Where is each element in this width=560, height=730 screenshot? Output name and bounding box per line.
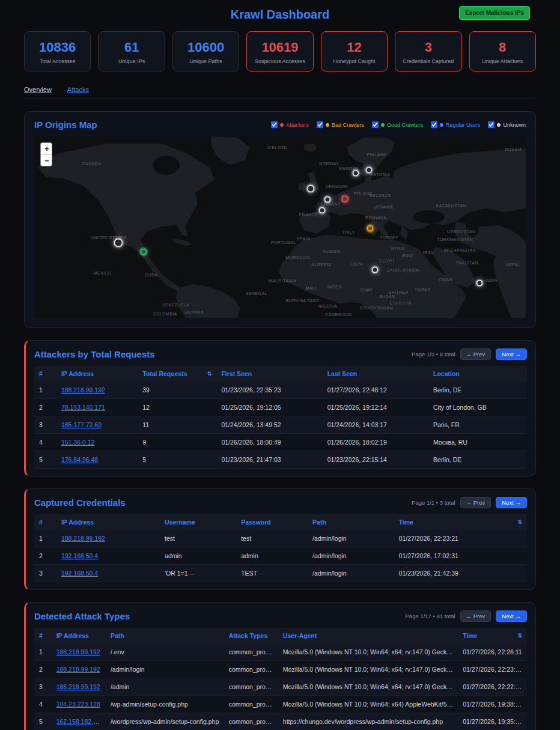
- attackers-title: Attackers by Total Requests: [34, 349, 155, 359]
- ip-address-link[interactable]: 185.177.72.60: [61, 421, 102, 428]
- map-marker-unknown[interactable]: [366, 166, 373, 173]
- ip-address-link[interactable]: 192.168.50.4: [61, 552, 98, 559]
- sort-icon[interactable]: ⇅: [517, 633, 522, 639]
- cell-last_seen: 01/26/2026, 18:02:19: [323, 434, 428, 451]
- cell-ip: 185.177.72.60: [56, 416, 138, 434]
- map-country-label: CHAD: [360, 287, 373, 291]
- next-button[interactable]: Next →: [496, 610, 527, 622]
- cell-attack_types: common_probes: [224, 696, 278, 713]
- cell-password: test: [236, 530, 308, 547]
- map-marker-bad[interactable]: [367, 225, 373, 232]
- ip-address-link[interactable]: 176.84.96.48: [61, 456, 98, 463]
- map-country-label: CUBA: [145, 273, 157, 277]
- map-marker-attacker[interactable]: [341, 196, 348, 202]
- stat-card-unique-attackers: 8 Unique Attackers: [469, 31, 536, 71]
- legend-item-good-crawlers: Good Crawlers: [372, 121, 423, 128]
- ip-address-link[interactable]: 192.168.50.4: [61, 570, 98, 577]
- legend-dot-icon: [326, 123, 329, 127]
- cell-location: Berlin, DE: [428, 382, 527, 399]
- tab-attacks[interactable]: Attacks: [67, 86, 89, 93]
- table-header-row: #IP AddressPathAttack TypesUser-AgentTim…: [34, 628, 527, 643]
- prev-button[interactable]: ← Prev: [460, 348, 492, 360]
- cell-first_seen: 01/25/2026, 19:12:05: [216, 399, 322, 416]
- sort-icon[interactable]: ⇅: [517, 519, 522, 525]
- map-marker-unknown[interactable]: [324, 196, 331, 203]
- column-header--: #: [34, 628, 52, 643]
- cell-user_agent: Mozilla/5.0 (Windows NT 10.0; Win64; x64…: [278, 643, 458, 661]
- legend-checkbox[interactable]: [271, 121, 278, 128]
- legend-checkbox[interactable]: [372, 121, 379, 128]
- legend-checkbox[interactable]: [431, 121, 437, 128]
- map-country-label: SOUTH SUDAN: [360, 306, 393, 310]
- attackers-pagination: Page 1/2 • 8 total ← Prev Next →: [412, 348, 527, 360]
- cell-attack_types: common_probes: [224, 661, 278, 678]
- column-header-path: Path: [106, 628, 224, 643]
- legend-item-bad-crawlers: Bad Crawlers: [317, 121, 364, 128]
- cell-total: 9: [138, 434, 216, 451]
- attack-types-section: Detected Attack Types Page 1/17 • 81 tot…: [24, 602, 536, 730]
- ip-address-link[interactable]: 188.218.99.192: [56, 683, 100, 690]
- tab-overview[interactable]: Overview: [24, 86, 52, 93]
- column-header-time[interactable]: Time⇅: [458, 628, 527, 643]
- column-header-attack-types: Attack Types: [224, 628, 278, 643]
- ip-address-link[interactable]: 151.36.0.12: [61, 439, 94, 446]
- column-header-time[interactable]: Time⇅: [394, 514, 527, 530]
- table-row: 4151.36.0.12901/26/2026, 18:00:4901/26/2…: [34, 434, 527, 451]
- legend-dot-icon: [497, 123, 501, 127]
- ip-address-link[interactable]: 188.218.99.192: [56, 666, 100, 673]
- column-header-ip-address: IP Address: [56, 366, 138, 382]
- cell-first_seen: 01/23/2026, 21:47:03: [216, 451, 322, 469]
- map-marker-good[interactable]: [140, 249, 147, 255]
- table-row: 5162.158.182.104/wordpress/wp-admin/setu…: [34, 713, 527, 730]
- map-marker-unknown[interactable]: [476, 280, 483, 287]
- cell-ip: 78.153.140.171: [56, 399, 138, 416]
- cell-user_agent: Mozilla/5.0 (Windows NT 10.0; Win64; x64…: [278, 678, 458, 696]
- map-marker-unknown[interactable]: [371, 266, 378, 273]
- legend-checkbox[interactable]: [488, 121, 495, 128]
- cell-num: 3: [34, 678, 52, 696]
- cell-path: /admin/login: [308, 565, 394, 582]
- legend-item-regular-users: Regular Users: [431, 121, 481, 128]
- map-marker-unknown[interactable]: [319, 207, 326, 213]
- sort-icon[interactable]: ⇅: [207, 371, 212, 377]
- table-row: 4104.23.223.128/wp-admin/setup-config.ph…: [34, 696, 527, 713]
- map-marker-unknown[interactable]: [352, 170, 359, 177]
- map-legend: AttackersBad CrawlersGood CrawlersRegula…: [271, 121, 526, 128]
- table-row: 3185.177.72.601101/24/2026, 13:49:5201/2…: [34, 416, 527, 434]
- cell-first_seen: 01/26/2026, 18:00:49: [216, 434, 322, 451]
- ip-address-link[interactable]: 162.158.182.104: [56, 718, 104, 725]
- column-header--: #: [34, 514, 56, 530]
- map-country-label: UZBEKISTAN: [447, 229, 475, 233]
- map-country-label: GUYANA: [184, 310, 203, 314]
- map-country-label: EGYPT: [379, 258, 395, 263]
- zoom-out-button[interactable]: −: [41, 154, 52, 166]
- map-country-label: NIGERIA: [318, 304, 338, 308]
- legend-label: Regular Users: [446, 122, 481, 128]
- map-country-label: ESTONIA: [370, 172, 390, 177]
- stat-value: 10600: [175, 40, 236, 55]
- legend-checkbox[interactable]: [317, 121, 323, 128]
- ip-address-link[interactable]: 78.153.140.171: [61, 404, 105, 411]
- map[interactable]: + −: [34, 136, 526, 318]
- attack-types-table: #IP AddressPathAttack TypesUser-AgentTim…: [34, 628, 527, 730]
- stat-value: 8: [472, 40, 533, 55]
- prev-button[interactable]: ← Prev: [460, 497, 492, 508]
- ip-address-link[interactable]: 104.23.223.128: [56, 701, 100, 708]
- next-button[interactable]: Next →: [496, 348, 527, 360]
- map-country-label: UKRAINE: [374, 204, 394, 208]
- cell-first_seen: 01/24/2026, 13:49:52: [216, 416, 322, 434]
- next-button[interactable]: Next →: [496, 497, 527, 508]
- column-header-username: Username: [160, 514, 236, 530]
- column-header-total-requests[interactable]: Total Requests⇅: [138, 366, 216, 382]
- cell-path: /admin/login: [308, 530, 394, 547]
- ip-address-link[interactable]: 188.218.99.192: [61, 535, 105, 542]
- export-malicious-ips-button[interactable]: Export Malicious IPs: [459, 6, 530, 20]
- ip-address-link[interactable]: 188.218.99.192: [61, 386, 105, 394]
- prev-button[interactable]: ← Prev: [460, 610, 492, 622]
- cell-user_agent: Mozilla/5.0 (Windows NT 10.0; Win64; x64…: [278, 696, 458, 713]
- zoom-in-button[interactable]: +: [41, 143, 52, 154]
- ip-address-link[interactable]: 188.218.99.192: [56, 648, 100, 655]
- map-marker-unknown[interactable]: [306, 184, 314, 192]
- map-marker-unknown[interactable]: [114, 238, 123, 247]
- column-header-last-seen: Last Seen: [323, 366, 428, 382]
